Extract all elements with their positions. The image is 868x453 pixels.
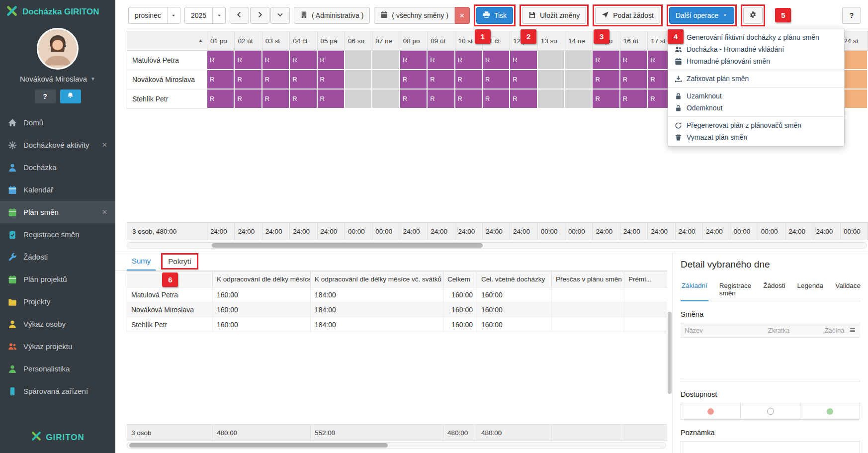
note-input[interactable] bbox=[681, 441, 860, 453]
shift-cell[interactable] bbox=[841, 51, 868, 70]
shift-cell[interactable]: R bbox=[290, 51, 317, 70]
menu-item-uzamknout[interactable]: Uzamknout bbox=[668, 90, 844, 102]
menu-item-pregenerovat-plan-z-planovacu-smen[interactable]: Přegenerovat plán z plánovačů směn bbox=[668, 119, 844, 131]
shift-cell[interactable]: R bbox=[428, 70, 455, 90]
sidebar-item-dochazkove-aktivity[interactable]: Docházkové aktivity✕ bbox=[0, 134, 115, 156]
shift-cell[interactable] bbox=[345, 70, 372, 90]
day-header-16-ut[interactable]: 16 út bbox=[620, 31, 648, 51]
horizontal-scrollbar[interactable] bbox=[127, 442, 666, 449]
shift-cell[interactable]: R bbox=[510, 51, 537, 70]
sidebar-item-plan-projektu[interactable]: Plán projektů bbox=[0, 268, 115, 290]
sidebar-help-button[interactable]: ? bbox=[35, 90, 56, 103]
shift-cell[interactable] bbox=[841, 90, 868, 109]
detail-tab-zadosti[interactable]: Žádosti bbox=[762, 280, 786, 301]
help-button[interactable]: ? bbox=[842, 7, 861, 24]
day-header-13-so[interactable]: 13 so bbox=[538, 31, 565, 51]
sidebar-item-projekty[interactable]: Projekty bbox=[0, 290, 115, 313]
shift-cell[interactable]: R bbox=[620, 51, 648, 70]
shift-cell[interactable] bbox=[372, 90, 400, 109]
shift-cell[interactable]: R bbox=[235, 70, 262, 90]
day-header-07-ne[interactable]: 07 ne bbox=[372, 31, 400, 51]
availability-option-3[interactable] bbox=[800, 403, 860, 419]
shift-cell[interactable]: R bbox=[428, 51, 455, 70]
period-options-button[interactable] bbox=[270, 7, 290, 24]
shift-cell[interactable]: R bbox=[620, 90, 648, 109]
shift-cell[interactable]: R bbox=[455, 51, 483, 70]
shift-cell[interactable]: R bbox=[235, 90, 262, 109]
day-header-09-ut[interactable]: 09 út bbox=[428, 31, 455, 51]
shift-filter-button[interactable]: ( všechny směny ) bbox=[374, 7, 455, 24]
sidebar-item-sparovana-zarizeni[interactable]: Spárovaná zařízení bbox=[0, 380, 115, 402]
day-header-05-pa[interactable]: 05 pá bbox=[318, 31, 345, 51]
scrollbar-thumb[interactable] bbox=[212, 243, 483, 248]
shift-cell[interactable]: R bbox=[262, 51, 290, 70]
shift-cell[interactable]: R bbox=[593, 51, 620, 70]
shift-cell[interactable]: R bbox=[290, 70, 317, 90]
shift-cell[interactable] bbox=[538, 90, 565, 109]
menu-item-hromadne-planovani-smen[interactable]: Hromadné plánování směn bbox=[668, 55, 844, 67]
shift-cell[interactable]: R bbox=[400, 70, 428, 90]
close-icon[interactable]: ✕ bbox=[102, 141, 107, 149]
shift-cell[interactable] bbox=[565, 90, 593, 109]
shift-cell[interactable]: R bbox=[400, 90, 428, 109]
shift-cell[interactable]: R bbox=[593, 70, 620, 90]
shift-cell[interactable]: R bbox=[620, 70, 648, 90]
shift-cell[interactable] bbox=[372, 70, 400, 90]
sidebar-item-vykaz-osoby[interactable]: Výkaz osoby bbox=[0, 313, 115, 335]
day-header-04-ct[interactable]: 04 čt bbox=[290, 31, 317, 51]
sidebar-item-dochazka[interactable]: Docházka bbox=[0, 156, 115, 179]
table-row[interactable]: Stehlík Petr160:00184:00160:00160:00 bbox=[127, 317, 668, 332]
shift-cell[interactable]: R bbox=[262, 70, 290, 90]
shift-cell[interactable] bbox=[538, 70, 565, 90]
shift-cell[interactable]: R bbox=[483, 90, 510, 109]
day-header-03-st[interactable]: 03 st bbox=[262, 31, 290, 51]
employee-name[interactable]: Nováková Miroslava bbox=[127, 70, 207, 90]
notifications-button[interactable] bbox=[60, 90, 81, 103]
shift-cell[interactable]: R bbox=[290, 90, 317, 109]
sidebar-item-plan-smen[interactable]: Plán směn✕ bbox=[0, 201, 115, 223]
table-row[interactable]: Nováková Miroslava160:00184:00160:00160:… bbox=[127, 302, 668, 317]
sidebar-item-zadosti[interactable]: Žádosti bbox=[0, 246, 115, 268]
scrollbar-thumb[interactable] bbox=[668, 312, 672, 394]
user-menu[interactable]: Nováková Miroslava ▼ bbox=[0, 75, 115, 83]
table-row[interactable]: Matulová Petra160:00184:00160:00160:00 bbox=[127, 287, 668, 302]
menu-item-odemknout[interactable]: Odemknout bbox=[668, 102, 844, 114]
shift-cell[interactable]: R bbox=[455, 70, 483, 90]
prev-period-button[interactable] bbox=[230, 7, 249, 24]
menu-item-zafixovat-plan-smen[interactable]: Zafixovat plán směn bbox=[668, 73, 844, 85]
shift-cell[interactable]: R bbox=[318, 70, 345, 90]
day-header-02-ut[interactable]: 02 út bbox=[235, 31, 262, 51]
close-icon[interactable]: ✕ bbox=[102, 208, 107, 216]
app-logo[interactable]: Docházka GIRITON bbox=[0, 0, 115, 24]
shift-cell[interactable]: R bbox=[262, 90, 290, 109]
shift-cell[interactable] bbox=[345, 51, 372, 70]
shift-cell[interactable]: R bbox=[510, 90, 537, 109]
tab-sumy[interactable]: Sumy bbox=[127, 252, 156, 271]
detail-tab-registrace-smen[interactable]: Registrace směn bbox=[718, 280, 753, 301]
shift-cell[interactable]: R bbox=[318, 51, 345, 70]
detail-tab-legenda[interactable]: Legenda bbox=[796, 280, 825, 301]
day-header-06-so[interactable]: 06 so bbox=[345, 31, 372, 51]
scrollbar-thumb[interactable] bbox=[129, 443, 388, 448]
settings-button[interactable] bbox=[743, 7, 763, 24]
detail-tab-zakladni[interactable]: Základní bbox=[681, 280, 708, 301]
day-header-24-st[interactable]: 24 st bbox=[841, 31, 868, 51]
clear-shift-filter-button[interactable]: ✕ bbox=[455, 7, 470, 24]
sidebar-item-kalendar[interactable]: Kalendář bbox=[0, 179, 115, 201]
menu-item-vymazat-plan-smen[interactable]: Vymazat plán směn bbox=[668, 131, 844, 143]
employee-name[interactable]: Stehlík Petr bbox=[127, 90, 207, 109]
vertical-scrollbar[interactable] bbox=[667, 252, 672, 453]
menu-item-dochazka-hromadne-vkladani[interactable]: Docházka - Hromadné vkládání bbox=[668, 43, 844, 55]
month-select[interactable]: prosinec bbox=[128, 7, 180, 24]
day-header-08-po[interactable]: 08 po bbox=[400, 31, 428, 51]
sidebar-item-registrace-smen[interactable]: Registrace směn bbox=[0, 223, 115, 246]
shift-cell[interactable] bbox=[565, 70, 593, 90]
shift-cell[interactable]: R bbox=[318, 90, 345, 109]
shift-cell[interactable]: R bbox=[400, 51, 428, 70]
employee-column-header[interactable]: ▲ bbox=[127, 31, 207, 51]
tab-pokryti[interactable]: Pokrytí bbox=[164, 256, 196, 267]
department-filter-button[interactable]: ( Administrativa ) bbox=[294, 7, 370, 24]
availability-option-1[interactable] bbox=[681, 403, 741, 419]
shift-cell[interactable] bbox=[841, 70, 868, 90]
availability-option-2[interactable] bbox=[741, 403, 800, 419]
